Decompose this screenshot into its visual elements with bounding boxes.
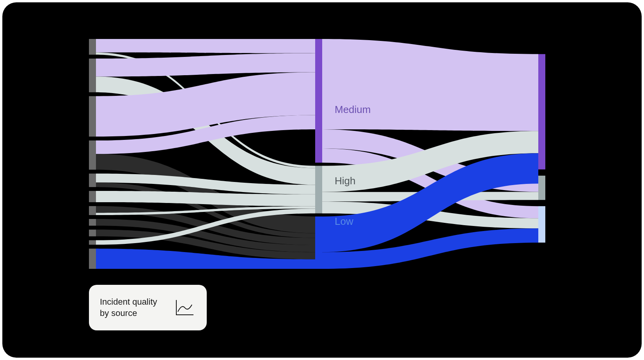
chart-caption-chip: Incident quality by source	[89, 285, 207, 330]
label-low: Low	[335, 215, 353, 228]
sankey-outcome-node	[538, 176, 545, 200]
sankey-source-node	[89, 39, 96, 55]
sankey-diagram	[89, 39, 546, 269]
sankey-source-node	[89, 219, 96, 226]
sankey-quality-node	[315, 217, 322, 269]
sankey-outcome-node	[538, 54, 545, 169]
sankey-source-node	[89, 229, 96, 236]
sankey-quality-node	[315, 39, 322, 163]
sankey-source-node	[89, 58, 96, 92]
sankey-source-node	[89, 191, 96, 202]
sankey-flow	[96, 39, 315, 53]
line-chart-icon	[175, 299, 194, 316]
sankey-source-node	[89, 141, 96, 170]
sankey-source-node	[89, 174, 96, 187]
sankey-source-node	[89, 249, 96, 269]
sankey-source-node	[89, 206, 96, 215]
sankey-source-node	[89, 96, 96, 137]
chart-frame: Medium High Low Incident quality by sour…	[2, 2, 642, 358]
sankey-flow	[322, 39, 538, 131]
sankey-source-node	[89, 240, 96, 245]
sankey-outcome-node	[538, 206, 545, 242]
chart-caption-text: Incident quality by source	[100, 296, 157, 318]
label-high: High	[335, 175, 355, 187]
label-medium: Medium	[335, 104, 371, 116]
sankey-quality-node	[315, 166, 322, 214]
